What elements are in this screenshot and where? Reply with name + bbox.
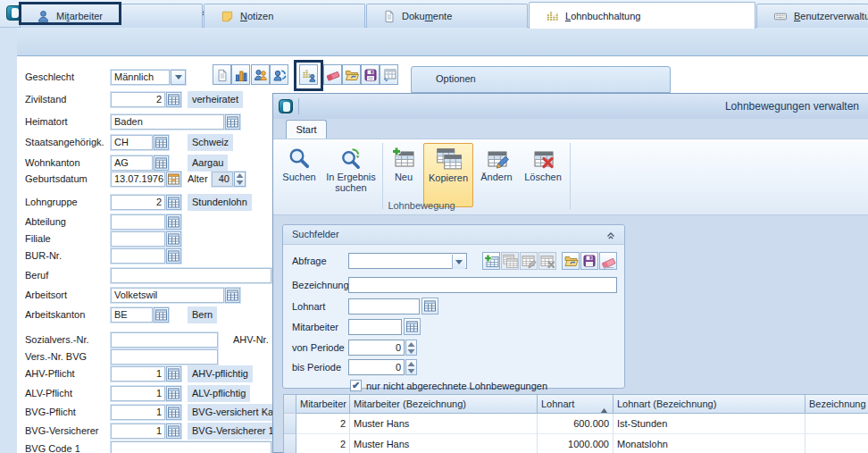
ribbon-button-löschen[interactable]: Löschen	[520, 143, 566, 207]
period-spinner[interactable]	[405, 340, 417, 356]
lookup-button[interactable]	[166, 405, 181, 420]
toolbar-button-table-import[interactable]	[380, 64, 398, 85]
tab-notizen[interactable]: Notizen	[204, 4, 365, 28]
form-field-value[interactable]: BE	[111, 307, 153, 323]
table-header-mitarbeiter-bezeichnung-[interactable]: Mitarbeiter (Bezeichnung)	[350, 395, 538, 414]
period-spinner[interactable]	[405, 359, 417, 375]
toolbar-button-bar-chart[interactable]	[231, 64, 250, 85]
lookup-button[interactable]	[166, 366, 181, 382]
form-field-value[interactable]	[111, 332, 218, 348]
toolbar-button-users[interactable]	[251, 64, 270, 85]
form-field-value[interactable]: 13.07.1976	[111, 172, 165, 187]
table-cell[interactable]: Muster Hans	[350, 414, 538, 434]
dialog-titlebar[interactable]: Lohnbewegungen verwalten	[273, 94, 868, 119]
tab-lohnbuchhaltung[interactable]: Lohnbuchhaltung	[529, 2, 755, 29]
lookup-button[interactable]	[225, 288, 240, 303]
query-button-query-new[interactable]	[482, 252, 500, 270]
form-field-value[interactable]	[111, 268, 271, 283]
toolbar-button-folder-open[interactable]	[342, 64, 361, 85]
form-field-value[interactable]	[111, 441, 271, 453]
table-header-lohnart-bezeichnung-[interactable]: Lohnart (Bezeichnung)	[613, 395, 805, 414]
table-header-lohnart[interactable]: Lohnart	[538, 395, 613, 414]
form-field-value[interactable]	[111, 349, 218, 365]
query-edit-icon	[522, 254, 537, 269]
dialog-lohnbewegungen: Lohnbewegungen verwalten Start SuchenIn …	[272, 93, 868, 453]
form-field-value[interactable]: 1	[111, 366, 165, 382]
form-field-value[interactable]	[111, 231, 165, 247]
row-selector[interactable]	[284, 434, 296, 453]
query-button-query-load[interactable]	[562, 252, 580, 270]
table-cell[interactable]: 2	[296, 434, 350, 453]
form-field-value[interactable]: CH	[111, 135, 153, 150]
form-field-value[interactable]: 2	[111, 195, 165, 210]
tab-benutzerverwaltung[interactable]: Benutzerverwaltung	[756, 4, 868, 28]
toolbar-button-eraser[interactable]	[323, 64, 342, 85]
form-field-value[interactable]: Baden	[111, 114, 224, 130]
ribbon-button-neu[interactable]: Neu	[384, 143, 423, 207]
form-field-value[interactable]: 1	[111, 424, 165, 439]
ribbon-tab-start[interactable]: Start	[286, 120, 327, 138]
query-button-query-save[interactable]	[580, 252, 598, 270]
lookup-button[interactable]	[421, 298, 438, 315]
form-field-value[interactable]	[111, 248, 165, 264]
table-cell[interactable]	[805, 414, 868, 434]
search-field-mitarbeiter[interactable]	[348, 319, 402, 335]
toolbar-button-save[interactable]	[361, 64, 380, 85]
table-cell[interactable]	[805, 434, 868, 453]
lookup-button[interactable]	[166, 386, 181, 401]
spin-up-icon	[407, 342, 415, 347]
lookup-button[interactable]	[166, 214, 181, 230]
dropdown-arrow-icon[interactable]	[171, 70, 186, 85]
search-field-bis-periode[interactable]: 0	[348, 359, 405, 375]
lookup-button[interactable]	[154, 155, 169, 171]
collapse-chevron-icon[interactable]	[605, 229, 617, 247]
lookup-button[interactable]	[225, 114, 240, 130]
ribbon-button-in-ergebnis-suchen[interactable]: In Ergebnis suchen	[321, 143, 380, 207]
search-field-von-periode[interactable]: 0	[348, 340, 405, 356]
query-button-query-clear[interactable]	[599, 252, 617, 270]
form-field-group	[110, 348, 219, 365]
form-field-value[interactable]	[111, 214, 165, 230]
query-combo[interactable]	[348, 253, 467, 269]
table-header-mitarbeiter[interactable]: Mitarbeiter	[296, 395, 350, 414]
search-field-bezeichnung[interactable]	[348, 277, 617, 293]
checkbox-nur-nicht-abgerechnete[interactable]: ✔	[350, 380, 362, 391]
ribbon-button-ändern[interactable]: Ändern	[475, 143, 518, 207]
age-spinner[interactable]	[234, 172, 246, 187]
table-cell[interactable]: 1000.000	[538, 434, 613, 453]
lookup-button[interactable]	[166, 195, 181, 210]
keyboard-icon	[773, 10, 788, 23]
toolbar-button-document[interactable]	[213, 64, 231, 85]
form-field-description: verheiratet	[188, 91, 243, 108]
lookup-button[interactable]	[404, 318, 421, 335]
tab-dokumente[interactable]: Dokumente	[366, 4, 528, 28]
lookup-button[interactable]	[166, 172, 181, 187]
search-field-lohnart[interactable]	[348, 298, 420, 315]
ribbon-button-suchen[interactable]: Suchen	[279, 143, 320, 207]
table-cell[interactable]: Monatslohn	[613, 434, 805, 453]
search-panel-header[interactable]: Suchfelder	[283, 225, 624, 245]
lookup-button[interactable]	[154, 135, 169, 150]
tab-optionen[interactable]: Optionen	[411, 66, 671, 93]
dropdown-arrow-icon[interactable]	[452, 255, 465, 269]
table-cell[interactable]: 2	[296, 414, 350, 434]
table-cell[interactable]: Ist-Stunden	[613, 414, 805, 434]
lookup-button[interactable]	[166, 231, 181, 247]
ribbon-button-kopieren[interactable]: Kopieren	[423, 143, 473, 207]
form-field-value[interactable]: 1	[111, 386, 165, 401]
table-header-bezeichnung[interactable]: Bezeichnung	[805, 395, 868, 414]
lookup-button[interactable]	[166, 248, 181, 264]
form-field-value[interactable]: 1	[111, 405, 165, 420]
form-field-value[interactable]: 2	[111, 92, 165, 107]
form-field-value[interactable]: Männlich	[111, 70, 170, 85]
form-field-value[interactable]: AG	[111, 155, 153, 171]
lookup-button[interactable]	[166, 424, 181, 439]
lookup-button[interactable]	[154, 307, 169, 323]
form-field-value[interactable]: 40	[212, 172, 233, 187]
toolbar-button-user-sync[interactable]	[270, 64, 288, 85]
form-field-value[interactable]: Volketswil	[111, 288, 224, 303]
table-cell[interactable]: Muster Hans	[350, 434, 538, 453]
row-selector[interactable]	[284, 414, 296, 434]
table-cell[interactable]: 600.000	[538, 414, 613, 434]
lookup-button[interactable]	[166, 92, 181, 107]
